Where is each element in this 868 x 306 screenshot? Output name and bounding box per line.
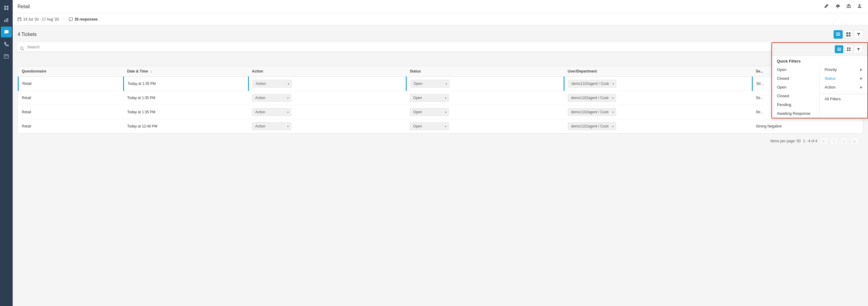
table-row: Retail Today at 12:48 PM Action — [19, 119, 863, 134]
action-select[interactable]: Action — [252, 80, 292, 88]
svg-marker-12 — [846, 4, 851, 5]
svg-line-32 — [23, 49, 24, 51]
filter-item-pending[interactable]: Pending — [772, 100, 819, 109]
user-select[interactable]: demo1102agent / Customer Ex... — [568, 122, 616, 130]
sidebar-icon-phone[interactable] — [1, 39, 12, 50]
first-page-button[interactable]: « — [820, 137, 828, 145]
status-arrow-icon: ▶ — [860, 77, 863, 80]
svg-rect-23 — [836, 33, 840, 33]
filter-toggle-button[interactable] — [854, 45, 863, 53]
user-icon[interactable] — [856, 2, 863, 11]
svg-rect-14 — [848, 5, 849, 7]
page-title: Retail — [18, 4, 30, 9]
items-per-page: Items per page: 50 — [18, 59, 863, 63]
filter-item-awaiting[interactable]: Awaiting Response — [772, 109, 819, 118]
svg-rect-25 — [836, 35, 840, 36]
table-header-row: Questionnaire Date & Time ↓ Action Statu… — [19, 66, 863, 77]
topbar-actions — [823, 2, 863, 11]
status-label: Status — [825, 76, 836, 81]
svg-rect-4 — [4, 20, 5, 22]
action-arrow-icon: ▶ — [860, 85, 863, 89]
filter-item-open2[interactable]: Open — [772, 83, 819, 91]
col-action: Action — [248, 66, 406, 77]
svg-rect-38 — [847, 50, 848, 51]
sidebar-icon-grid[interactable] — [1, 2, 12, 13]
table-row: Retail Today at 1:35 PM Action — [19, 77, 863, 91]
date-filter[interactable]: 19 Jul '20 - 17 Aug '20 — [18, 17, 64, 22]
cell-action: Action — [248, 91, 406, 105]
svg-rect-33 — [837, 48, 841, 48]
svg-rect-15 — [850, 5, 850, 7]
cloud-icon[interactable] — [834, 3, 841, 10]
sidebar-icon-chart[interactable] — [1, 15, 12, 25]
svg-rect-37 — [849, 48, 850, 49]
filter-status[interactable]: Status ▶ — [820, 74, 867, 83]
cell-action: Action — [248, 77, 406, 91]
svg-rect-1 — [7, 6, 8, 7]
filter-item-closed1[interactable]: Closed — [772, 74, 819, 83]
svg-rect-13 — [847, 5, 847, 7]
search-wrapper — [18, 42, 863, 56]
all-filters-button[interactable]: All Filters — [820, 94, 867, 103]
action-select[interactable]: Action — [252, 94, 291, 102]
col-questionnaire: Questionnaire — [19, 66, 124, 77]
filter-list-view-button[interactable] — [835, 45, 843, 53]
svg-rect-39 — [849, 50, 850, 51]
svg-rect-34 — [837, 49, 841, 50]
cell-user-dept: demo1102agent / Customer Ex... — [564, 77, 752, 91]
svg-marker-40 — [857, 48, 860, 51]
user-select-wrapper: demo1102agent / Customer Ex... — [568, 108, 616, 116]
sidebar-icon-calendar[interactable] — [1, 51, 12, 62]
items-per-page-label: Items per page: 50 — [771, 139, 801, 143]
status-select[interactable]: Open — [410, 94, 449, 102]
filter-priority[interactable]: Priority ▶ — [820, 65, 867, 74]
action-select[interactable]: Action — [252, 122, 291, 130]
svg-point-31 — [21, 47, 23, 50]
tickets-table: Questionnaire Date & Time ↓ Action Statu… — [18, 66, 863, 134]
filter-item-closed2[interactable]: Closed — [772, 91, 819, 100]
filter-button[interactable] — [854, 30, 863, 39]
sidebar — [0, 0, 13, 306]
action-select-wrapper: Action — [252, 94, 291, 102]
sort-icon: ↓ — [150, 69, 152, 74]
filter-sections: Priority ▶ Status ▶ Action ▶ All Filters — [820, 65, 867, 118]
date-range-label: 19 Jul '20 - 17 Aug '20 — [23, 17, 59, 22]
cell-status: Open — [406, 119, 564, 134]
list-view-button[interactable] — [834, 30, 843, 39]
user-select[interactable]: demo1102agent / Customer Ex... — [568, 80, 616, 88]
svg-rect-35 — [837, 50, 841, 51]
edit-icon[interactable] — [823, 2, 830, 11]
cell-status: Open — [406, 91, 564, 105]
action-select[interactable]: Action — [252, 108, 291, 116]
filter-action[interactable]: Action ▶ — [820, 83, 867, 91]
svg-point-17 — [859, 4, 861, 6]
filter-grid-view-button[interactable] — [844, 45, 853, 53]
filter-item-open1[interactable]: Open — [772, 65, 819, 74]
action-select-wrapper: Action — [252, 80, 292, 88]
svg-rect-29 — [849, 35, 850, 36]
user-select[interactable]: demo1102agent / Customer Ex... — [568, 94, 616, 102]
search-input[interactable] — [18, 42, 863, 52]
sidebar-icon-chat[interactable] — [1, 27, 12, 37]
pagination: Items per page: 50 1 - 4 of 4 « ‹ › » — [18, 134, 863, 149]
next-page-button[interactable]: › — [840, 137, 848, 145]
status-select[interactable]: Open — [410, 122, 449, 130]
content-area: 4 Tickets — [13, 25, 868, 306]
cell-questionnaire: Retail — [19, 91, 124, 105]
user-select[interactable]: demo1102agent / Customer Ex... — [568, 108, 616, 116]
search-icon — [20, 47, 24, 52]
grid-view-button[interactable] — [844, 30, 853, 39]
cell-action: Action — [248, 105, 406, 119]
status-select[interactable]: Open — [410, 80, 450, 88]
responses-filter[interactable]: 35 responses — [69, 17, 98, 22]
cell-datetime: Today at 1:35 PM — [123, 91, 248, 105]
cell-questionnaire: Retail — [19, 119, 124, 134]
svg-rect-3 — [7, 8, 8, 10]
last-page-button[interactable]: » — [850, 137, 858, 145]
svg-rect-7 — [4, 55, 8, 58]
status-select[interactable]: Open — [410, 108, 449, 116]
prev-page-button[interactable]: ‹ — [830, 137, 838, 145]
cell-questionnaire: Retail — [19, 77, 124, 91]
page-range: 1 - 4 of 4 — [803, 139, 817, 143]
bank-icon[interactable] — [845, 2, 852, 11]
